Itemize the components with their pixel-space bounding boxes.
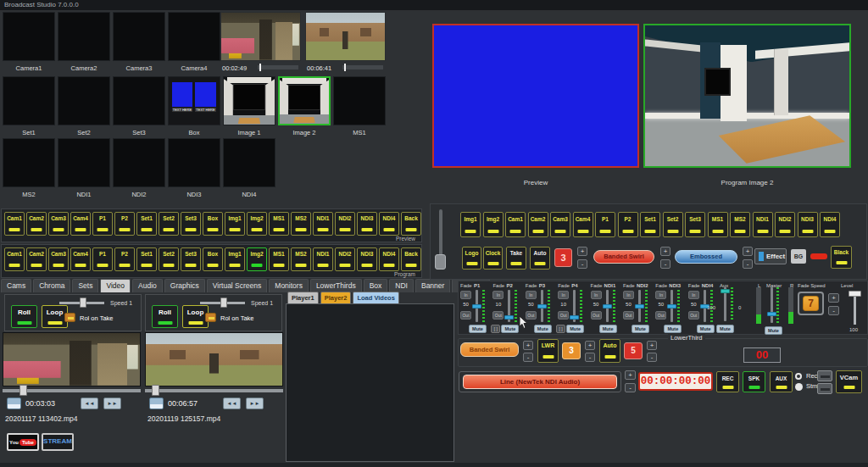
fade-in-button[interactable]: In xyxy=(623,291,634,299)
minus-button[interactable]: - xyxy=(625,383,636,392)
thumbnail-box[interactable]: TEXT HERE TEXT HERE Box xyxy=(168,76,220,136)
effect-source-button[interactable]: Set3 xyxy=(685,212,705,237)
preview-source-button[interactable]: NDI4 xyxy=(379,212,399,236)
seek-handle[interactable] xyxy=(19,385,27,396)
fade-in-button[interactable]: In xyxy=(526,291,537,299)
preview-source-button[interactable]: MS1 xyxy=(269,212,289,236)
camera-preview-cell[interactable] xyxy=(168,12,220,61)
minus-button[interactable]: - xyxy=(577,259,587,269)
bg-button[interactable]: BG xyxy=(791,249,806,264)
tab[interactable]: Chroma xyxy=(33,279,70,292)
minus-button[interactable]: - xyxy=(828,306,839,315)
program-source-button[interactable]: Img1 xyxy=(225,247,245,271)
program-source-button[interactable]: MS2 xyxy=(291,247,311,271)
rec-button[interactable]: REC xyxy=(716,371,739,392)
speed-slider-handle[interactable] xyxy=(80,297,86,308)
mute-button[interactable]: Mute xyxy=(632,325,649,333)
clock-button[interactable]: Clock xyxy=(483,247,503,270)
effect-source-button[interactable]: Cam4 xyxy=(573,212,593,237)
minus-button[interactable]: - xyxy=(585,353,595,362)
player1-skip-forward-icon[interactable]: ►► xyxy=(103,398,121,409)
logo-button[interactable]: Logo xyxy=(462,247,481,270)
rec-radio[interactable] xyxy=(795,373,802,380)
mute-button[interactable]: Mute xyxy=(599,325,617,333)
channel-fader-track[interactable] xyxy=(606,290,609,322)
player2-seek-slider[interactable] xyxy=(145,389,283,392)
master-mute-button[interactable]: Mute xyxy=(765,326,782,335)
player2-skip-back-icon[interactable]: ◄◄ xyxy=(223,398,241,409)
preview-source-button[interactable]: NDI2 xyxy=(335,212,355,236)
tab[interactable]: Monitors xyxy=(269,279,309,292)
effect-source-button[interactable]: Set2 xyxy=(663,212,683,237)
player2-speed-slider[interactable] xyxy=(200,302,245,304)
vcam-button[interactable]: VCam xyxy=(836,370,862,393)
program-source-button[interactable]: Box xyxy=(203,247,223,271)
channel-fader-track[interactable] xyxy=(573,290,576,322)
effect-source-button[interactable]: Set1 xyxy=(640,212,660,237)
preview-source-button[interactable]: Cam2 xyxy=(26,212,47,236)
effect-source-button[interactable]: Img2 xyxy=(483,212,504,237)
thumbnail-ms1[interactable]: MS1 xyxy=(333,76,386,136)
preview-source-button[interactable]: Img2 xyxy=(247,212,267,236)
mute-button[interactable]: Mute xyxy=(566,325,584,333)
mute-button[interactable]: Mute xyxy=(534,325,552,333)
channel-fader-handle[interactable] xyxy=(603,304,612,309)
fade-in-button[interactable]: In xyxy=(655,291,666,299)
effect-source-button[interactable]: Cam2 xyxy=(528,212,548,237)
effect-source-button[interactable]: NDI4 xyxy=(820,212,840,237)
program-source-button[interactable]: Cam4 xyxy=(70,247,91,271)
program-source-button[interactable]: NDI3 xyxy=(357,247,377,271)
channel-fader-track[interactable] xyxy=(508,290,510,322)
channel-fader-handle[interactable] xyxy=(504,315,514,320)
fade-out-button[interactable]: Out xyxy=(460,311,471,320)
spinner-up-button[interactable] xyxy=(817,370,832,381)
player1-roll-button[interactable]: Roll xyxy=(11,305,37,328)
black-button[interactable]: Black xyxy=(831,246,852,269)
camera-thumbnail[interactable]: Camera1 xyxy=(3,12,55,72)
clip-thumbnail-1[interactable] xyxy=(220,12,301,61)
thumbnail-set2[interactable]: Set2 xyxy=(58,76,110,136)
program-source-button[interactable]: P2 xyxy=(114,247,135,271)
fade-in-button[interactable]: In xyxy=(688,291,699,299)
effect-style-button[interactable]: Embossed xyxy=(675,250,737,264)
channel-fader-handle[interactable] xyxy=(472,304,481,309)
effect-source-button[interactable]: NDI2 xyxy=(775,212,795,237)
tab[interactable]: Banner xyxy=(415,279,450,292)
source-thumbnail[interactable]: MS2 xyxy=(3,138,55,198)
preview-source-button[interactable]: Img1 xyxy=(225,212,245,236)
source-thumbnail[interactable]: NDI2 xyxy=(113,138,165,198)
plus-button[interactable]: + xyxy=(647,341,657,350)
lowerthird-transition-button[interactable]: Banded Swirl xyxy=(460,342,519,357)
tbar-track[interactable] xyxy=(439,209,442,260)
take-button[interactable]: Take xyxy=(506,247,526,270)
aux-mute-button[interactable]: Mute xyxy=(716,325,734,333)
source-preview-cell[interactable] xyxy=(58,138,110,187)
plus-button[interactable]: + xyxy=(828,293,839,303)
aux-fader-track[interactable] xyxy=(724,287,726,321)
spk-button[interactable]: SPK xyxy=(743,371,765,392)
camera-preview-cell[interactable] xyxy=(3,12,55,61)
fade-in-button[interactable]: In xyxy=(492,291,504,299)
mute-button[interactable]: Mute xyxy=(469,325,487,333)
camera-preview-cell[interactable] xyxy=(58,12,110,61)
preview-source-button[interactable]: Cam1 xyxy=(4,212,25,236)
tab[interactable]: Video xyxy=(100,279,131,292)
lwr-button[interactable]: LWR xyxy=(537,339,559,363)
fade-out-button[interactable]: Out xyxy=(492,311,504,320)
mute-button[interactable]: Mute xyxy=(697,325,715,333)
tab[interactable]: Graphics xyxy=(164,279,205,292)
tab[interactable]: Cams xyxy=(1,279,31,292)
channel-fader-handle[interactable] xyxy=(537,304,547,309)
player2-roll-button[interactable]: Roll xyxy=(152,305,178,328)
minus-button[interactable]: - xyxy=(647,353,657,362)
fade-out-button[interactable]: Out xyxy=(623,311,634,320)
fade-out-button[interactable]: Out xyxy=(558,311,569,320)
tab[interactable]: LowerThirds xyxy=(310,279,362,292)
clip-thumbnail-2[interactable] xyxy=(305,12,386,61)
lowerthird-auto-button[interactable]: Auto xyxy=(599,339,620,363)
effect-button[interactable]: Effect xyxy=(754,248,787,264)
plus-button[interactable]: + xyxy=(577,247,587,256)
player2-skip-forward-icon[interactable]: ►► xyxy=(246,398,264,409)
program-source-button[interactable]: Cam1 xyxy=(4,247,25,271)
plus-button[interactable]: + xyxy=(743,247,753,256)
